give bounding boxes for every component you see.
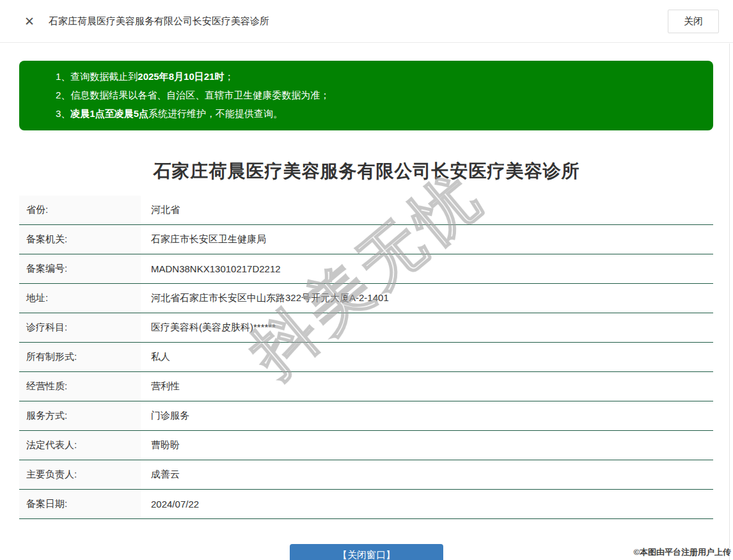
field-label: 主要负责人: xyxy=(19,460,141,489)
field-value: 石家庄市长安区卫生健康局 xyxy=(141,225,713,254)
table-row-province: 省份: 河北省 xyxy=(19,196,713,225)
field-label: 省份: xyxy=(19,196,141,224)
field-value: 河北省石家庄市长安区中山东路322号开元大厦A-2-1401 xyxy=(141,284,713,313)
field-label: 服务方式: xyxy=(19,401,141,430)
field-value: 成善云 xyxy=(141,460,713,489)
notice-line-3: 3、凌晨1点至凌晨5点系统进行维护，不能提供查询。 xyxy=(56,104,700,123)
field-label: 法定代表人: xyxy=(19,431,141,460)
field-value: 营利性 xyxy=(141,372,713,401)
window-title: 石家庄荷晨医疗美容服务有限公司长安医疗美容诊所 xyxy=(49,15,269,27)
detail-table: 省份: 河北省 备案机关: 石家庄市长安区卫生健康局 备案编号: MADN38N… xyxy=(19,196,713,519)
field-value: 门诊服务 xyxy=(141,401,713,430)
notice-line-1: 1、查询数据截止到2025年8月10日21时； xyxy=(56,67,700,86)
table-row-main-person-in-charge: 主要负责人: 成善云 xyxy=(19,460,713,490)
close-window-button[interactable]: 【关闭窗口】 xyxy=(290,544,443,560)
field-label: 备案日期: xyxy=(19,490,141,518)
close-x-icon[interactable]: ✕ xyxy=(24,15,35,27)
field-value: 2024/07/22 xyxy=(141,490,713,518)
notice-line-2: 2、信息数据结果以各省、自治区、直辖市卫生健康委数据为准； xyxy=(56,86,700,104)
table-row-filing-date: 备案日期: 2024/07/22 xyxy=(19,490,713,519)
field-label: 备案编号: xyxy=(19,254,141,283)
close-button[interactable]: 关闭 xyxy=(668,10,719,33)
table-row-filing-authority: 备案机关: 石家庄市长安区卫生健康局 xyxy=(19,225,713,254)
table-row-business-nature: 经营性质: 营利性 xyxy=(19,372,713,401)
right-edge-divider xyxy=(729,43,730,560)
field-label: 诊疗科目: xyxy=(19,313,141,342)
table-row-filing-number: 备案编号: MADN38NKX13010217D2212 xyxy=(19,254,713,284)
footer: 【关闭窗口】 xyxy=(0,544,733,560)
table-row-address: 地址: 河北省石家庄市长安区中山东路322号开元大厦A-2-1401 xyxy=(19,284,713,313)
field-label: 所有制形式: xyxy=(19,343,141,371)
table-row-service-mode: 服务方式: 门诊服务 xyxy=(19,401,713,431)
field-label: 地址: xyxy=(19,284,141,313)
field-label: 备案机关: xyxy=(19,225,141,254)
notice-box: 1、查询数据截止到2025年8月10日21时； 2、信息数据结果以各省、自治区、… xyxy=(19,61,713,130)
page-title: 石家庄荷晨医疗美容服务有限公司长安医疗美容诊所 xyxy=(0,159,733,183)
table-row-ownership-form: 所有制形式: 私人 xyxy=(19,343,713,372)
table-row-legal-representative: 法定代表人: 曹盼盼 xyxy=(19,431,713,460)
field-value: 私人 xyxy=(141,343,713,371)
field-value: MADN38NKX13010217D2212 xyxy=(141,254,713,283)
field-value: 医疗美容科(美容皮肤科)****** xyxy=(141,313,713,342)
table-row-medical-subjects: 诊疗科目: 医疗美容科(美容皮肤科)****** xyxy=(19,313,713,343)
attribution-text: ©本图由平台注册用户上传 xyxy=(633,547,731,558)
window-title-bar: ✕ 石家庄荷晨医疗美容服务有限公司长安医疗美容诊所 关闭 xyxy=(0,0,733,43)
field-label: 经营性质: xyxy=(19,372,141,401)
field-value: 曹盼盼 xyxy=(141,431,713,460)
field-value: 河北省 xyxy=(141,196,713,224)
